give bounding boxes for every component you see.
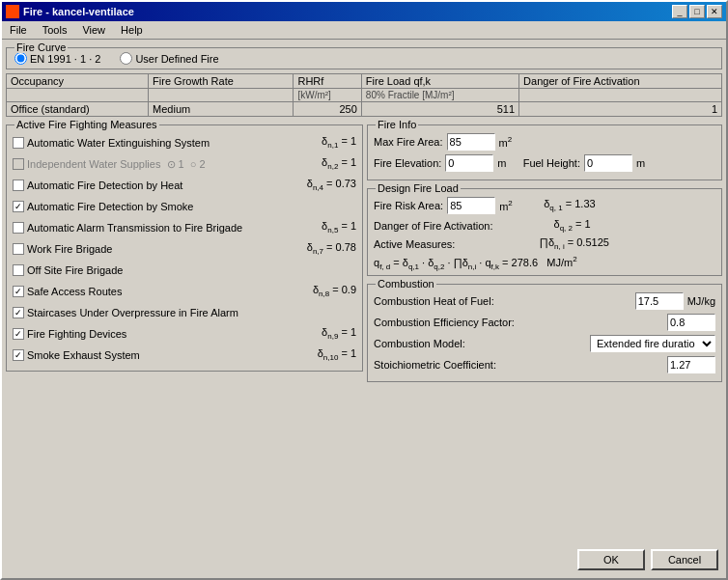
stoich-input[interactable]	[667, 356, 715, 373]
checkbox-6[interactable]	[13, 264, 24, 276]
unit-growth	[149, 89, 294, 102]
left-panel: Active Fire Fighting Measures Automatic …	[6, 121, 363, 541]
combustion-group: Combustion Combustion Heat of Fuel: MJ/k…	[367, 284, 722, 382]
measure-formula-0: δn,1 = 1	[279, 135, 356, 150]
cell-danger: 1	[519, 102, 722, 117]
fire-info-group: Fire Info Max Fire Area: m2 Fire Elevati…	[367, 124, 722, 180]
cell-rhrf: 250	[294, 102, 361, 117]
fire-elevation-input[interactable]	[445, 154, 493, 172]
radio-en1991[interactable]	[14, 52, 27, 65]
checkbox-7[interactable]	[13, 286, 24, 297]
menu-view[interactable]: View	[78, 23, 109, 37]
fire-curve-label: Fire Curve	[14, 41, 68, 53]
checkbox-2[interactable]	[13, 180, 24, 191]
fire-risk-area-label: Fire Risk Area:	[374, 200, 443, 211]
delta-ni: ∏δn, i = 0.5125	[540, 236, 609, 251]
checkbox-1	[13, 158, 24, 170]
occupancy-table: Occupancy Fire Growth Rate RHRf Fire Loa…	[6, 73, 722, 117]
fire-elevation-unit: m	[497, 157, 506, 169]
right-panel: Fire Info Max Fire Area: m2 Fire Elevati…	[367, 121, 722, 541]
formula-line: qf, d = δq,1 · δq,2 · ∏δn,i · qf,k = 278…	[374, 255, 715, 271]
fire-curve-option1[interactable]: EN 1991 · 1 · 2	[14, 52, 100, 65]
active-measures-value-label: Active Measures:	[374, 238, 455, 250]
model-select[interactable]: Extended fire duratio Fast fire Slow fir…	[590, 335, 715, 352]
checkbox-9[interactable]	[13, 328, 24, 340]
measure-row-1: Independent Water Supplies ⊙ 1 ○ 2 δn,2 …	[13, 154, 356, 174]
efficiency-input[interactable]	[667, 314, 715, 331]
measure-label-0: Automatic Water Extinguishing System	[27, 137, 210, 149]
title-buttons: _ □ ✕	[672, 5, 722, 18]
col-danger: Danger of Fire Activation	[519, 74, 722, 89]
menu-file[interactable]: File	[6, 23, 31, 37]
max-fire-area-label: Max Fire Area:	[374, 136, 443, 148]
measure-row-5: Work Fire Brigade δn,7 = 0.78	[13, 239, 356, 259]
measure-formula-5: δn,7 = 0.78	[279, 241, 356, 256]
max-fire-area-input[interactable]	[447, 133, 495, 151]
design-fire-load-group: Design Fire Load Fire Risk Area: m2 δq, …	[367, 188, 722, 276]
combustion-label: Combustion	[376, 278, 436, 290]
minimize-button[interactable]: _	[672, 5, 687, 18]
measure-label-1: Independent Water Supplies ⊙ 1 ○ 2	[27, 158, 206, 171]
model-row: Combustion Model: Extended fire duratio …	[374, 335, 715, 352]
fire-risk-area-input[interactable]	[447, 197, 495, 214]
window-title: Fire - kancel-ventilace	[23, 6, 134, 17]
menu-bar: File Tools View Help	[2, 21, 726, 40]
heat-input[interactable]	[635, 292, 684, 310]
measure-formula-10: δn,10 = 1	[279, 347, 356, 362]
fire-elevation-label: Fire Elevation:	[374, 157, 441, 169]
delta-q1: δq, 1 = 1.33	[544, 198, 595, 212]
cell-growth: Medium	[149, 102, 294, 117]
fuel-height-unit: m	[636, 157, 645, 169]
fire-curve-option2[interactable]: User Defined Fire	[120, 52, 218, 65]
close-button[interactable]: ✕	[707, 5, 722, 18]
measure-label-8: Staircases Under Overpressure in Fire Al…	[27, 307, 238, 318]
col-fire-load: Fire Load qf,k	[361, 74, 518, 89]
cancel-button[interactable]: Cancel	[651, 549, 718, 570]
efficiency-label: Combustion Efficiency Factor:	[374, 317, 515, 328]
unit-danger	[519, 89, 722, 102]
checkbox-4[interactable]	[13, 222, 24, 234]
measure-row-2: Automatic Fire Detection by Heat δn,4 = …	[13, 176, 356, 195]
active-measures-label: Active Fire Fighting Measures	[14, 119, 159, 130]
active-measures-value-row: Active Measures: ∏δn, i = 0.5125	[374, 236, 715, 251]
design-fire-load-label: Design Fire Load	[376, 182, 461, 194]
fuel-height-input[interactable]	[584, 154, 632, 172]
heat-row: Combustion Heat of Fuel: MJ/kg	[374, 292, 715, 310]
checkbox-5[interactable]	[13, 243, 24, 255]
measure-row-7: Safe Access Routes δn,8 = 0.9	[13, 282, 356, 301]
measure-label-9: Fire Fighting Devices	[27, 328, 126, 340]
measure-label-6: Off Site Fire Brigade	[27, 264, 123, 276]
col-fire-growth: Fire Growth Rate	[149, 74, 294, 89]
measure-row-4: Automatic Alarm Transmission to Fire Bri…	[13, 218, 356, 237]
app-icon	[6, 5, 19, 18]
menu-help[interactable]: Help	[117, 23, 147, 37]
measure-row-3: Automatic Fire Detection by Smoke	[13, 197, 356, 216]
measure-row-0: Automatic Water Extinguishing System δn,…	[13, 133, 356, 152]
measure-label-10: Smoke Exhaust System	[27, 349, 140, 361]
max-fire-area-row: Max Fire Area: m2	[374, 133, 715, 151]
cell-fire-load: 511	[361, 102, 518, 117]
radio-user-defined[interactable]	[120, 52, 132, 65]
danger-fire-label: Danger of Fire Activation:	[374, 220, 493, 232]
checkbox-8[interactable]	[13, 307, 24, 318]
formula-text: qf, d = δq,1 · δq,2 · ∏δn,i · qf,k = 278…	[374, 255, 577, 271]
maximize-button[interactable]: □	[689, 5, 705, 18]
checkbox-0[interactable]	[13, 137, 24, 149]
bottom-bar: OK Cancel	[6, 545, 722, 574]
checkbox-10[interactable]	[13, 349, 24, 361]
fuel-height-label: Fuel Height:	[523, 157, 580, 169]
efficiency-row: Combustion Efficiency Factor:	[374, 314, 715, 331]
delta-q2: δq, 2 = 1	[554, 218, 591, 233]
heat-unit: MJ/kg	[687, 295, 715, 307]
measure-formula-2: δn,4 = 0.73	[279, 178, 356, 192]
checkbox-3[interactable]	[13, 201, 24, 212]
fire-info-label: Fire Info	[376, 119, 418, 130]
model-label: Combustion Model:	[374, 338, 465, 349]
active-measures-group: Active Fire Fighting Measures Automatic …	[6, 124, 363, 372]
measure-formula-1: δn,2 = 1	[279, 156, 356, 171]
ok-button[interactable]: OK	[577, 549, 645, 570]
heat-label: Combustion Heat of Fuel:	[374, 295, 494, 307]
table-row: Office (standard) Medium 250 511 1	[7, 102, 722, 117]
menu-tools[interactable]: Tools	[39, 23, 71, 37]
measure-label-7: Safe Access Routes	[27, 286, 122, 297]
